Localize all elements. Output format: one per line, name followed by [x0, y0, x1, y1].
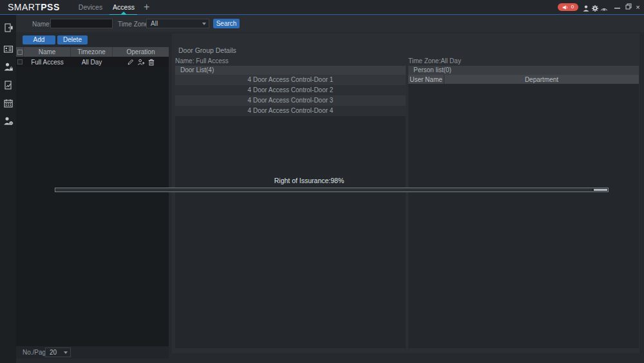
name-label: Name:: [32, 21, 51, 28]
sidebar-item-id-card[interactable]: [0, 41, 16, 57]
column-header-operation[interactable]: Operation: [113, 47, 169, 57]
delete-button[interactable]: Delete: [57, 35, 88, 44]
sidebar-item-person-lock[interactable]: [0, 59, 16, 75]
column-header-timezone[interactable]: Timezone: [71, 47, 113, 57]
issuance-progress-label: Right of Issurance:98%: [55, 177, 564, 184]
minimize-button[interactable]: [613, 3, 621, 12]
table-row[interactable]: Full Access All Day: [16, 57, 169, 67]
door-list-item[interactable]: 4 Door Access Control-Door 4: [175, 106, 406, 116]
alarm-badge[interactable]: 0: [558, 3, 578, 11]
gear-icon[interactable]: [591, 3, 599, 11]
details-timezone-label: Time Zone:All Day: [408, 57, 461, 64]
sidebar-item-door-report[interactable]: [0, 77, 16, 93]
details-title: Door Group Details: [178, 46, 236, 54]
search-button[interactable]: Search: [213, 19, 240, 28]
logo-smart: SMART: [8, 2, 41, 12]
filter-bar: Name: Time Zone: All Search: [16, 15, 644, 32]
group-table-header: Name Timezone Operation: [16, 47, 169, 57]
row-checkbox[interactable]: [17, 59, 23, 64]
door-console-icon: [3, 23, 14, 33]
person-gear-icon: [3, 116, 14, 126]
sidebar: [0, 15, 16, 363]
sidebar-item-calendar[interactable]: [0, 95, 16, 112]
select-all-checkbox[interactable]: [17, 50, 23, 55]
timezone-select-value: All: [151, 20, 158, 27]
tab-devices[interactable]: Devices: [76, 0, 105, 14]
door-list-item[interactable]: 4 Door Access Control-Door 3: [175, 95, 406, 106]
speaker-icon: [562, 5, 568, 10]
row-name: Full Access: [24, 57, 71, 67]
name-input[interactable]: [50, 19, 113, 28]
id-card-icon: [3, 44, 14, 54]
progress-thumb: [594, 189, 607, 191]
add-person-icon[interactable]: [137, 59, 145, 66]
sidebar-item-door-console[interactable]: [0, 19, 16, 36]
restore-button[interactable]: [624, 3, 632, 12]
per-page-select[interactable]: 20: [45, 348, 71, 357]
edit-icon[interactable]: [127, 59, 134, 66]
door-list-header: Door List(4): [175, 66, 406, 75]
title-bar: SMARTPSS Devices Access + 0: [0, 0, 644, 15]
chevron-down-icon: [202, 23, 206, 25]
user-icon[interactable]: [582, 3, 590, 11]
door-list: Door List(4) 4 Door Access Control-Door …: [175, 66, 406, 348]
smartpss-window: SMARTPSS Devices Access + 0: [0, 0, 644, 363]
issuance-progress-bar: [55, 188, 609, 192]
door-list-item[interactable]: 4 Door Access Control-Door 2: [175, 85, 406, 95]
column-header-name[interactable]: Name: [24, 47, 71, 57]
timezone-select[interactable]: All: [146, 19, 209, 28]
app-logo: SMARTPSS: [8, 2, 60, 12]
chevron-down-icon: [64, 351, 68, 354]
delete-icon[interactable]: [148, 59, 155, 66]
sidebar-item-person-gear[interactable]: [0, 113, 16, 130]
details-name-label: Name: Full Access: [175, 57, 229, 64]
close-button[interactable]: ×: [634, 3, 642, 12]
logo-pss: PSS: [41, 2, 60, 12]
signal-icon[interactable]: [600, 3, 608, 11]
alarm-count: 0: [571, 5, 574, 10]
door-list-item[interactable]: 4 Door Access Control-Door 1: [175, 75, 406, 85]
person-list-header: Person list(0): [408, 66, 639, 75]
progress-fill: [56, 189, 592, 191]
door-group-panel: Add Delete Name Timezone Operation Full …: [16, 34, 169, 358]
row-timezone: All Day: [71, 57, 113, 67]
calendar-icon: [3, 98, 14, 108]
active-tab-caret: [121, 12, 126, 14]
person-table-header: User Name Department: [408, 75, 639, 84]
door-report-icon: [3, 80, 14, 90]
timezone-label: Time Zone:: [118, 21, 150, 28]
per-page-value: 20: [50, 349, 57, 356]
new-tab-button[interactable]: +: [144, 1, 149, 14]
column-header-user-name[interactable]: User Name: [408, 75, 444, 84]
column-header-department[interactable]: Department: [444, 75, 639, 84]
person-list: Person list(0) User Name Department: [408, 66, 639, 348]
person-lock-icon: [3, 62, 14, 72]
door-group-details-panel: Door Group Details Name: Full Access Tim…: [172, 34, 639, 353]
add-button[interactable]: Add: [23, 35, 55, 44]
